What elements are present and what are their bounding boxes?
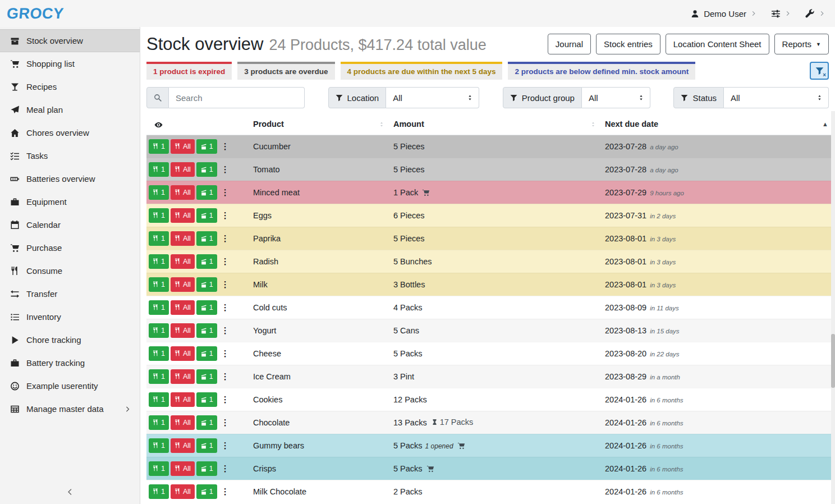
consume-one-button[interactable]: 1 [149,162,169,177]
row-menu-button[interactable]: ⋮ [219,165,232,173]
consume-one-button[interactable]: 1 [149,208,169,223]
row-menu-button[interactable]: ⋮ [219,280,232,288]
sidebar-item-purchase[interactable]: Purchase [0,236,140,259]
column-header-product[interactable]: Product [249,116,389,135]
consume-one-button[interactable]: 1 [149,300,169,315]
clear-filters-button[interactable]: × [810,62,829,80]
consume-all-button[interactable]: All [171,254,195,269]
sidebar-collapse-button[interactable] [0,483,140,501]
open-one-button[interactable]: 1 [196,277,217,292]
row-menu-button[interactable]: ⋮ [219,211,232,219]
row-menu-button[interactable]: ⋮ [219,326,232,335]
consume-all-button[interactable]: All [171,277,195,292]
row-menu-button[interactable]: ⋮ [219,372,232,381]
sidebar-item-example-userentity[interactable]: Example userentity [0,374,140,397]
open-one-button[interactable]: 1 [196,162,217,177]
column-header-due-date[interactable]: Next due date ▲ [600,116,833,135]
consume-one-button[interactable]: 1 [149,461,169,476]
consume-all-button[interactable]: All [171,346,195,361]
header-action-location-content-sheet[interactable]: Location Content Sheet ▼ [666,34,769,54]
consume-one-button[interactable]: 1 [149,231,169,246]
row-menu-button[interactable]: ⋮ [219,142,232,150]
consume-all-button[interactable]: All [171,392,195,407]
sidebar-item-recipes[interactable]: Recipes [0,75,140,98]
open-one-button[interactable]: 1 [196,300,217,315]
user-menu[interactable]: Demo User [691,9,756,19]
consume-one-button[interactable]: 1 [149,185,169,200]
sidebar-item-transfer[interactable]: Transfer [0,282,140,305]
admin-menu[interactable] [805,9,825,19]
settings-menu[interactable] [771,9,791,19]
consume-one-button[interactable]: 1 [149,369,169,384]
consume-all-button[interactable]: All [171,300,195,315]
status-banner-expired[interactable]: 1 product is expired [146,62,232,80]
column-visibility-toggle[interactable] [146,116,249,135]
sidebar-item-battery-tracking[interactable]: Battery tracking [0,351,140,374]
sidebar-item-batteries-overview[interactable]: Batteries overview [0,167,140,190]
sidebar-item-chore-tracking[interactable]: Chore tracking [0,328,140,351]
consume-one-button[interactable]: 1 [149,139,169,154]
consume-all-button[interactable]: All [171,162,195,177]
row-menu-button[interactable]: ⋮ [219,395,232,404]
consume-one-button[interactable]: 1 [149,484,169,499]
row-menu-button[interactable]: ⋮ [219,487,232,496]
open-one-button[interactable]: 1 [196,185,217,200]
sidebar-item-stock-overview[interactable]: Stock overview [0,29,140,52]
open-one-button[interactable]: 1 [196,392,217,407]
open-one-button[interactable]: 1 [196,438,217,453]
consume-one-button[interactable]: 1 [149,277,169,292]
row-menu-button[interactable]: ⋮ [219,234,232,242]
consume-all-button[interactable]: All [171,208,195,223]
consume-all-button[interactable]: All [171,369,195,384]
sidebar-item-manage-master-data[interactable]: Manage master data [0,397,140,420]
sidebar-item-consume[interactable]: Consume [0,259,140,282]
consume-one-button[interactable]: 1 [149,438,169,453]
consume-all-button[interactable]: All [171,415,195,430]
consume-all-button[interactable]: All [171,484,195,499]
sidebar-item-calendar[interactable]: Calendar [0,213,140,236]
open-one-button[interactable]: 1 [196,484,217,499]
consume-one-button[interactable]: 1 [149,346,169,361]
product-group-select[interactable]: All [582,87,650,108]
consume-one-button[interactable]: 1 [149,415,169,430]
header-action-journal[interactable]: Journal ▼ [548,34,591,54]
consume-one-button[interactable]: 1 [149,323,169,338]
row-menu-button[interactable]: ⋮ [219,303,232,311]
open-one-button[interactable]: 1 [196,461,217,476]
open-one-button[interactable]: 1 [196,346,217,361]
search-input[interactable] [169,87,305,108]
row-menu-button[interactable]: ⋮ [219,257,232,265]
consume-all-button[interactable]: All [171,231,195,246]
status-select[interactable]: All [724,87,829,108]
status-banner-overdue[interactable]: 3 products are overdue [237,62,334,80]
open-one-button[interactable]: 1 [196,231,217,246]
open-one-button[interactable]: 1 [196,139,217,154]
row-menu-button[interactable]: ⋮ [219,441,232,450]
sidebar-item-shopping-list[interactable]: Shopping list [0,52,140,75]
scrollbar-thumb[interactable] [831,334,835,388]
open-one-button[interactable]: 1 [196,323,217,338]
header-action-stock-entries[interactable]: Stock entries ▼ [596,34,660,54]
sidebar-item-meal-plan[interactable]: Meal plan [0,98,140,121]
consume-all-button[interactable]: All [171,438,195,453]
status-banner-due-soon[interactable]: 4 products are due within the next 5 day… [341,62,503,80]
consume-all-button[interactable]: All [171,185,195,200]
open-one-button[interactable]: 1 [196,208,217,223]
header-action-reports[interactable]: Reports ▼ [774,34,829,54]
consume-all-button[interactable]: All [171,461,195,476]
sidebar-item-equipment[interactable]: Equipment [0,190,140,213]
open-one-button[interactable]: 1 [196,415,217,430]
sidebar-item-inventory[interactable]: Inventory [0,305,140,328]
row-menu-button[interactable]: ⋮ [219,188,232,196]
open-one-button[interactable]: 1 [196,369,217,384]
sidebar-item-chores-overview[interactable]: Chores overview [0,121,140,144]
location-select[interactable]: All [386,87,479,108]
status-banner-below-min[interactable]: 2 products are below defined min. stock … [508,62,695,80]
consume-one-button[interactable]: 1 [149,254,169,269]
row-menu-button[interactable]: ⋮ [219,349,232,358]
consume-all-button[interactable]: All [171,323,195,338]
sidebar-item-tasks[interactable]: Tasks [0,144,140,167]
consume-one-button[interactable]: 1 [149,392,169,407]
consume-all-button[interactable]: All [171,139,195,154]
open-one-button[interactable]: 1 [196,254,217,269]
